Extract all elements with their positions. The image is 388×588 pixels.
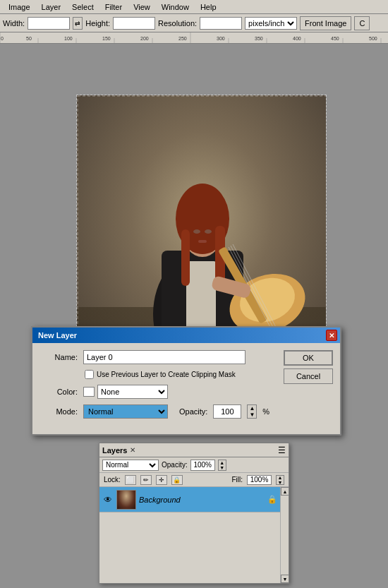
layers-mode-select[interactable]: Normal xyxy=(102,460,159,471)
name-input[interactable] xyxy=(83,350,245,364)
svg-rect-0 xyxy=(0,32,388,44)
cancel-button[interactable]: Cancel xyxy=(284,368,333,384)
layers-titlebar: Layers ✕ ☰ xyxy=(99,443,289,457)
color-row: Color: None xyxy=(42,385,330,399)
menu-bar: Image Layer Select Filter View Window He… xyxy=(0,0,388,14)
layers-title-group: Layers ✕ xyxy=(102,446,135,455)
lock-position-icon[interactable]: ✛ xyxy=(156,475,167,485)
menu-layer[interactable]: Layer xyxy=(36,1,67,13)
resolution-label: Resolution: xyxy=(158,19,197,28)
menu-filter[interactable]: Filter xyxy=(99,1,128,13)
layers-opacity-spinner[interactable]: ▲▼ xyxy=(218,460,226,471)
resolution-unit-select[interactable]: pixels/inch xyxy=(245,17,297,30)
svg-rect-27 xyxy=(186,261,216,332)
width-swap-icon[interactable]: ⇄ xyxy=(73,17,83,30)
svg-text:0: 0 xyxy=(1,36,4,41)
front-image-button[interactable]: Front Image xyxy=(300,16,351,30)
opacity-label: Opacity: xyxy=(179,407,207,416)
layers-scrollbar: ▲ ▼ xyxy=(280,487,289,583)
color-select-group: None xyxy=(83,385,168,399)
canvas-area: New Layer ✕ OK Cancel Name: Use Previous… xyxy=(0,44,388,588)
mode-opacity-row: Mode: Normal Opacity: ▲▼ % xyxy=(42,404,330,419)
layers-close-button[interactable]: ✕ xyxy=(130,446,135,454)
svg-point-32 xyxy=(193,229,200,234)
layers-panel: Layers ✕ ☰ Normal Opacity: ▲▼ Lock: ⬜ ✏ … xyxy=(99,443,289,584)
clipping-mask-checkbox[interactable] xyxy=(85,370,94,379)
clear-button[interactable]: C xyxy=(354,16,370,30)
scroll-track[interactable] xyxy=(281,496,289,575)
height-label: Height: xyxy=(85,19,110,28)
opacity-spinner[interactable]: ▲▼ xyxy=(247,404,257,419)
svg-text:100: 100 xyxy=(64,36,73,41)
lock-label: Lock: xyxy=(104,476,121,484)
svg-text:50: 50 xyxy=(26,36,32,41)
lock-transparent-icon[interactable]: ⬜ xyxy=(125,475,136,485)
dialog-body: OK Cancel Name: Use Previous Layer to Cr… xyxy=(32,343,340,431)
layers-content-area: 👁 Background 🔒 ▲ ▼ xyxy=(99,487,289,583)
svg-text:150: 150 xyxy=(102,36,111,41)
menu-image[interactable]: Image xyxy=(3,1,36,13)
fill-spinner[interactable]: ▲▼ xyxy=(276,475,284,485)
mode-dropdown[interactable]: Normal xyxy=(83,404,168,419)
opacity-unit: % xyxy=(262,407,269,416)
layers-opacity-input[interactable] xyxy=(190,460,215,471)
menu-view[interactable]: View xyxy=(128,1,156,13)
color-dropdown[interactable]: None xyxy=(97,385,168,399)
fill-label: Fill: xyxy=(231,476,243,484)
dialog-close-button[interactable]: ✕ xyxy=(326,330,337,341)
width-input[interactable] xyxy=(28,17,70,30)
height-input[interactable] xyxy=(113,17,155,30)
ruler-horizontal: 0 50 100 150 200 250 300 350 400 450 500 xyxy=(0,32,388,44)
color-label: Color: xyxy=(42,388,78,396)
opacity-input[interactable] xyxy=(213,404,241,419)
menu-select[interactable]: Select xyxy=(66,1,99,13)
lock-all-icon[interactable]: 🔒 xyxy=(171,475,183,485)
scroll-up-button[interactable]: ▲ xyxy=(281,487,289,496)
fill-input[interactable] xyxy=(247,475,272,485)
svg-text:450: 450 xyxy=(331,36,339,41)
layer-name: Background xyxy=(139,496,265,504)
svg-text:350: 350 xyxy=(255,36,263,41)
svg-text:250: 250 xyxy=(178,36,187,41)
resolution-input[interactable] xyxy=(200,17,242,30)
clipping-mask-label: Use Previous Layer to Create Clipping Ma… xyxy=(97,371,236,378)
dialog-title: New Layer xyxy=(38,331,77,340)
layers-list: 👁 Background 🔒 xyxy=(99,487,280,583)
toolbar: Width: ⇄ Height: Resolution: pixels/inch… xyxy=(0,14,388,32)
dialog-titlebar: New Layer ✕ xyxy=(32,328,340,343)
layer-lock-icon: 🔒 xyxy=(267,495,277,505)
color-swatch xyxy=(83,387,95,397)
width-label: Width: xyxy=(3,19,25,28)
svg-text:300: 300 xyxy=(217,36,225,41)
svg-text:500: 500 xyxy=(369,36,377,41)
layers-title: Layers xyxy=(102,446,127,455)
menu-window[interactable]: Window xyxy=(156,1,195,13)
layers-toolbar: Normal Opacity: ▲▼ xyxy=(99,457,289,473)
menu-help[interactable]: Help xyxy=(195,1,222,13)
mode-label: Mode: xyxy=(42,407,78,416)
lock-pixels-icon[interactable]: ✏ xyxy=(140,475,152,485)
layer-row[interactable]: 👁 Background 🔒 xyxy=(99,487,280,512)
svg-text:200: 200 xyxy=(140,36,149,41)
new-layer-dialog: New Layer ✕ OK Cancel Name: Use Previous… xyxy=(31,326,341,436)
name-label: Name: xyxy=(42,353,78,361)
layer-thumbnail xyxy=(116,490,136,510)
scroll-down-button[interactable]: ▼ xyxy=(281,575,289,583)
svg-rect-34 xyxy=(198,240,207,243)
layers-opacity-label: Opacity: xyxy=(162,461,188,469)
dialog-buttons: OK Cancel xyxy=(284,350,333,384)
svg-text:400: 400 xyxy=(293,36,301,41)
layers-lock-row: Lock: ⬜ ✏ ✛ 🔒 Fill: ▲▼ xyxy=(99,473,289,487)
layers-menu-icon[interactable]: ☰ xyxy=(278,445,286,455)
svg-point-33 xyxy=(205,229,212,234)
layer-visibility-icon[interactable]: 👁 xyxy=(102,494,114,505)
svg-rect-30 xyxy=(181,229,190,286)
ok-button[interactable]: OK xyxy=(284,350,333,366)
